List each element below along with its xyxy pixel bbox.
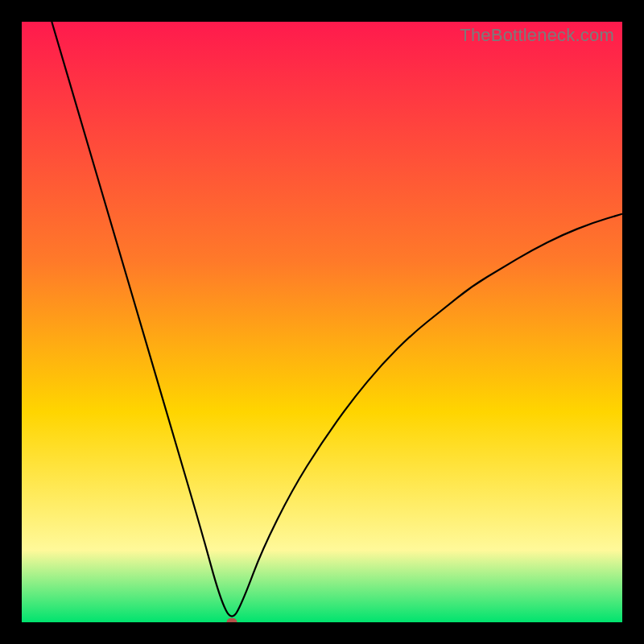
minimum-marker: [227, 618, 237, 622]
bottleneck-curve: [22, 22, 622, 622]
plot-area: TheBottleneck.com: [22, 22, 622, 622]
chart-frame: TheBottleneck.com: [0, 0, 644, 644]
watermark-label: TheBottleneck.com: [460, 25, 614, 46]
